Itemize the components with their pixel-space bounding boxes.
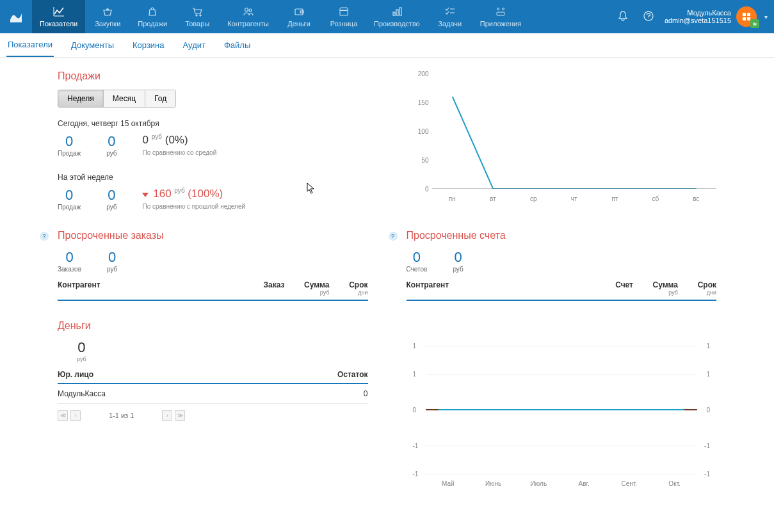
store-icon — [338, 6, 350, 18]
nav-production[interactable]: Производство — [366, 0, 428, 33]
today-compare-value: 0 — [142, 134, 148, 146]
week-compare-value: 160 — [153, 188, 171, 200]
money-section: Деньги 0 руб Юр. лицо Остаток МодульКасс… — [58, 320, 368, 421]
svg-point-0 — [245, 8, 248, 11]
user-title: МодульКасса — [687, 9, 731, 17]
page-prev-button[interactable]: ‹ — [70, 410, 81, 421]
period-week-button[interactable]: Неделя — [58, 90, 104, 107]
svg-rect-4 — [393, 12, 395, 15]
week-compare-sub: По сравнению с прошлой неделей — [142, 203, 245, 210]
page-last-button[interactable]: ≫ — [175, 410, 185, 421]
nav-label: Показатели — [40, 20, 77, 28]
today-compare-pct: (0%) — [165, 134, 188, 146]
cell-balance: 0 — [323, 389, 368, 398]
today-compare-unit: руб — [152, 133, 162, 140]
nav-retail[interactable]: Розница — [321, 0, 366, 33]
overdue-invoices-caption: Счетов — [407, 266, 428, 273]
nav-goods[interactable]: Товары — [175, 0, 220, 33]
svg-rect-12 — [747, 13, 750, 16]
today-rub-caption: руб — [106, 150, 117, 157]
overdue-orders-caption: Заказов — [58, 266, 81, 273]
bars-icon — [391, 6, 403, 18]
user-text: МодульКасса admin@sveta151515 — [665, 9, 731, 24]
svg-point-8 — [502, 8, 504, 10]
overdue-invoices-section: ? Просроченные счета 0 Счетов 0 руб Конт… — [407, 230, 717, 301]
checklist-icon — [444, 6, 456, 18]
cart-icon — [191, 6, 203, 18]
th-invoice: Счет — [548, 280, 633, 296]
top-navigation: Показатели Закупки Продажи Товары Контра… — [0, 0, 774, 33]
wallet-icon — [293, 6, 305, 18]
overdue-orders-count: 0 — [58, 249, 81, 266]
sales-chart: 050100150200пнвтсрчтптсбвс — [407, 70, 717, 211]
help-icon[interactable] — [639, 6, 658, 28]
nav-contractors[interactable]: Контрагенты — [220, 0, 277, 33]
week-stats: 0 Продаж 0 руб 160 руб (100%) — [58, 187, 368, 211]
help-icon[interactable]: ? — [40, 232, 49, 241]
money-value: 0 — [77, 339, 86, 356]
week-rub-caption: руб — [106, 204, 117, 211]
bell-icon[interactable] — [613, 6, 633, 28]
nav-indicators[interactable]: Показатели — [32, 0, 85, 33]
svg-rect-13 — [743, 17, 746, 20]
overdue-orders-rub-caption: руб — [107, 266, 117, 273]
nav-sales[interactable]: Продажи — [130, 0, 175, 33]
help-icon[interactable]: ? — [389, 232, 398, 241]
page-first-button[interactable]: ≪ — [58, 410, 68, 421]
logo-icon[interactable] — [6, 7, 26, 26]
nav-label: Товары — [185, 20, 209, 28]
overdue-orders-section: ? Просроченные заказы 0 Заказов 0 руб Ко… — [58, 230, 368, 301]
svg-point-7 — [497, 8, 499, 10]
th-sum: Сумма руб — [633, 280, 678, 296]
page-info: 1-1 из 1 — [109, 412, 134, 419]
th-balance: Остаток — [323, 370, 368, 379]
basket-in-icon — [102, 6, 113, 18]
today-label: Сегодня, четверг 15 октября — [58, 119, 368, 128]
nav-label: Закупки — [95, 20, 120, 28]
sales-title: Продажи — [58, 70, 368, 82]
money-table-header: Юр. лицо Остаток — [58, 370, 368, 384]
period-month-button[interactable]: Месяц — [104, 90, 145, 107]
overdue-invoices-rub: 0 — [453, 249, 463, 266]
period-buttons: Неделя Месяц Год — [58, 90, 176, 108]
overdue-invoices-count: 0 — [407, 249, 428, 266]
subnav-trash[interactable]: Корзина — [131, 34, 166, 56]
pagination: ≪ ‹ 1-1 из 1 › ≫ — [58, 410, 368, 421]
nav-tasks[interactable]: Задачи — [428, 0, 472, 33]
nav-money[interactable]: Деньги — [277, 0, 321, 33]
avatar-badge-icon — [750, 19, 759, 28]
invoices-table-header: Контрагент Счет Сумма руб Срок дни — [407, 280, 717, 301]
apps-icon — [495, 6, 506, 18]
subnav-files[interactable]: Файлы — [223, 34, 252, 56]
week-compare-pct: (100%) — [188, 188, 223, 200]
sub-navigation: Показатели Документы Корзина Аудит Файлы — [0, 33, 774, 58]
table-row[interactable]: МодульКасса 0 — [58, 384, 368, 404]
subnav-audit[interactable]: Аудит — [182, 34, 207, 56]
nav-purchases[interactable]: Закупки — [85, 0, 130, 33]
week-compare: 160 руб (100%) — [142, 187, 245, 200]
avatar — [736, 6, 757, 27]
nav-apps[interactable]: Приложения — [472, 0, 529, 33]
nav-right: МодульКасса admin@sveta151515 ▾ — [613, 6, 768, 28]
nav-label: Деньги — [287, 20, 310, 28]
svg-point-1 — [249, 9, 252, 12]
th-contractor: Контрагент — [58, 280, 200, 296]
page-next-button[interactable]: › — [162, 410, 172, 421]
orders-table-header: Контрагент Заказ Сумма руб Срок дни — [58, 280, 368, 301]
week-compare-unit: руб — [174, 187, 184, 194]
th-contractor: Контрагент — [407, 280, 549, 296]
period-year-button[interactable]: Год — [145, 90, 175, 107]
svg-rect-5 — [396, 10, 398, 15]
overdue-invoices-title: Просроченные счета — [407, 230, 717, 241]
sales-section: Продажи Неделя Месяц Год Сегодня, четвер… — [58, 70, 368, 211]
today-sales-caption: Продаж — [58, 150, 81, 157]
svg-rect-9 — [497, 12, 504, 15]
today-stats: 0 Продаж 0 руб 0 руб (0%) По сравнению с — [58, 133, 368, 157]
th-term: Срок дни — [330, 280, 368, 296]
nav-label: Контрагенты — [227, 20, 269, 28]
subnav-indicators[interactable]: Показатели — [6, 33, 54, 57]
subnav-documents[interactable]: Документы — [70, 34, 115, 56]
user-menu[interactable]: МодульКасса admin@sveta151515 ▾ — [665, 6, 768, 27]
money-title: Деньги — [58, 320, 368, 332]
nav-label: Продажи — [138, 20, 167, 28]
